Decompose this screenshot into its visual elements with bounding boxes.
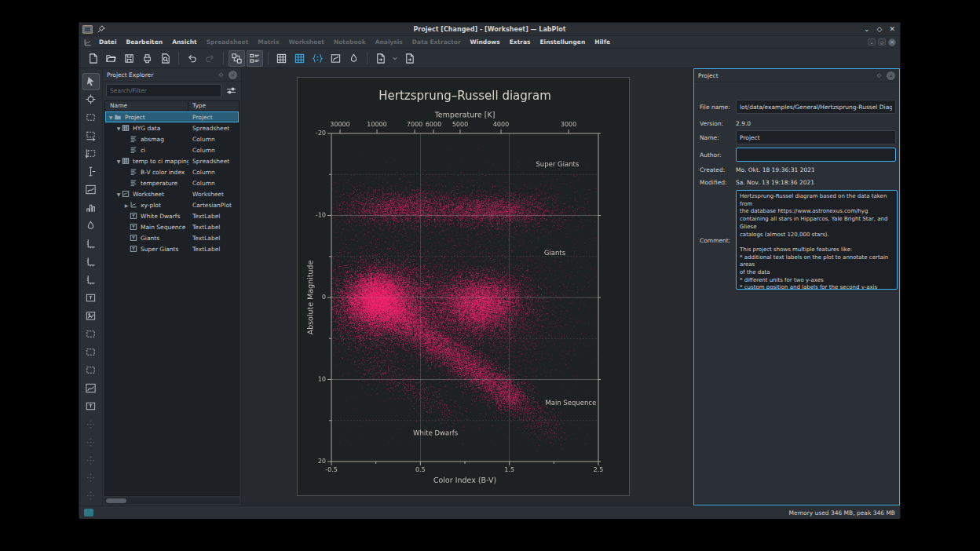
zoom-select-tool[interactable] (82, 109, 100, 126)
open-project-button[interactable] (103, 50, 119, 67)
tree-item-label: White Dwarfs (141, 213, 180, 220)
print-preview-button[interactable] (157, 50, 174, 67)
add-info-element-tool[interactable] (82, 397, 100, 414)
menu-windows[interactable]: Windows (466, 37, 505, 47)
tree-row-worksheet[interactable]: ▼WorksheetWorksheet (105, 188, 239, 199)
properties-title: Project (698, 72, 719, 79)
tree-row-main-sequence[interactable]: Main SequenceTextLabel (105, 221, 239, 232)
column-header-type[interactable]: Type (188, 101, 239, 111)
name-input[interactable] (736, 130, 896, 144)
tree-row-hyg-data[interactable]: ▼HYG dataSpreadsheet (105, 122, 239, 133)
menu-hilfe[interactable]: Hilfe (590, 37, 615, 47)
mdi-maximize-button[interactable]: ◇ (878, 38, 886, 46)
toggle-properties-explorer-button[interactable] (247, 50, 263, 67)
menu-bearbeiten[interactable]: Bearbeiten (122, 37, 168, 47)
print-button[interactable] (139, 50, 155, 67)
maximize-button[interactable]: ◇ (877, 26, 883, 33)
import-file-button[interactable] (372, 50, 389, 67)
horizontal-scrollbar[interactable] (104, 498, 240, 504)
select-tool[interactable] (82, 73, 100, 90)
add-image-tool[interactable] (82, 307, 100, 324)
folder-icon (114, 113, 122, 121)
mdi-child-icon[interactable] (83, 38, 92, 46)
pin-icon[interactable] (97, 25, 105, 33)
tree-row-giants[interactable]: GiantsTextLabel (105, 232, 239, 243)
zoom-y-select-tool[interactable] (82, 145, 100, 162)
tree-row-project[interactable]: ▼ProjectProject (105, 111, 239, 122)
tree-item-type: TextLabel (188, 213, 239, 220)
import-chevron-button[interactable] (390, 50, 400, 67)
tree-item-label: xy-plot (141, 202, 161, 209)
tree-item-type: Project (188, 114, 239, 121)
zoom-x-select-tool[interactable] (82, 127, 100, 144)
project-explorer-title: Project Explorer (107, 71, 153, 78)
draw-tool[interactable] (82, 217, 100, 235)
menu-matrix: Matrix (253, 37, 283, 47)
add-axis-tool[interactable] (82, 235, 100, 253)
menu-datei[interactable]: Datei (94, 37, 122, 47)
minimize-button[interactable]: ⌄ (864, 26, 870, 33)
tree-row-super-giants[interactable]: Super GiantsTextLabel (105, 243, 239, 254)
undo-button[interactable] (184, 50, 200, 67)
expander-icon[interactable]: ▼ (115, 159, 122, 164)
export-button[interactable] (401, 50, 418, 67)
hr-diagram-plot[interactable] (298, 78, 631, 497)
tree-row-xy-plot[interactable]: ▶xy-plotCartesianPlot (105, 199, 239, 210)
mdi-restore-button[interactable]: ⌄ (868, 38, 876, 46)
expander-icon[interactable]: ▼ (115, 192, 122, 197)
add-scale-tool[interactable] (82, 254, 100, 271)
zoom-out-tool[interactable] (82, 343, 100, 360)
tree-item-type: TextLabel (188, 235, 239, 242)
spreadsheet-icon (122, 124, 130, 132)
tree-row-temperature[interactable]: temperatureColumn (105, 177, 239, 188)
dock-float-icon[interactable]: ◇ (217, 71, 225, 79)
tree-row-temp-to-ci-mapping[interactable]: ▼temp to ci mappingSpreadsheet (105, 155, 239, 166)
author-input[interactable] (736, 148, 896, 162)
add-text-label-tool[interactable] (82, 289, 100, 306)
add-legend-tool[interactable] (82, 272, 100, 289)
mdi-close-button[interactable]: ✕ (888, 38, 896, 46)
scrollbar-handle[interactable] (106, 498, 126, 503)
zoom-in-tool[interactable] (82, 325, 100, 342)
save-project-button[interactable] (121, 50, 137, 67)
insert-text-tool[interactable] (82, 163, 100, 181)
file-name-input[interactable] (736, 100, 896, 114)
expander-icon[interactable]: ▼ (115, 126, 122, 131)
new-matrix-button[interactable] (291, 50, 308, 67)
new-notebook-button[interactable] (346, 50, 362, 67)
close-button[interactable]: ✕ (889, 26, 895, 33)
search-input[interactable] (106, 84, 221, 97)
dock-close-icon[interactable]: ✕ (887, 71, 895, 80)
new-matrix-from-data-button[interactable] (309, 50, 326, 67)
tree-row-b-v-color-index[interactable]: B-V color indexColumn (105, 166, 239, 177)
zoom-fit-tool[interactable] (82, 361, 100, 378)
tree-row-absmag[interactable]: absmagColumn (105, 133, 239, 144)
column-header-name[interactable]: Name (105, 101, 188, 111)
worksheet-page[interactable]: Hertzsprung–Russell diagram (297, 77, 630, 496)
new-spreadsheet-button[interactable] (273, 50, 290, 67)
toolbar-separator (367, 52, 368, 64)
crosshair-tool[interactable] (82, 91, 100, 108)
new-project-button[interactable] (85, 50, 101, 67)
add-curve-tool[interactable] (82, 181, 100, 199)
expander-icon[interactable]: ▼ (108, 115, 114, 120)
comment-textarea[interactable]: Hertzsprung-Russel diagram based on the … (736, 190, 898, 290)
filter-options-icon[interactable] (224, 84, 238, 97)
menu-spreadsheet: Spreadsheet (202, 37, 254, 47)
textlabel-icon (130, 212, 138, 220)
toggle-project-explorer-button[interactable] (229, 50, 245, 67)
menu-ansicht[interactable]: Ansicht (167, 37, 202, 47)
dock-close-icon[interactable]: ✕ (229, 71, 237, 79)
tree-item-label: HYG data (133, 125, 160, 132)
expander-icon[interactable]: ▶ (123, 203, 130, 208)
tree-row-ci[interactable]: ciColumn (105, 144, 239, 155)
dock-float-icon[interactable]: ◇ (875, 71, 883, 80)
column-icon (130, 135, 138, 143)
menu-extras[interactable]: Extras (505, 37, 536, 47)
file-name-label: File name: (700, 104, 730, 111)
menu-einstellungen[interactable]: Einstellungen (535, 37, 590, 47)
new-worksheet-button[interactable] (327, 50, 344, 67)
add-histogram-tool[interactable] (82, 199, 100, 217)
add-plot-tool[interactable] (82, 379, 100, 396)
tree-row-white-dwarfs[interactable]: White DwarfsTextLabel (105, 210, 239, 221)
